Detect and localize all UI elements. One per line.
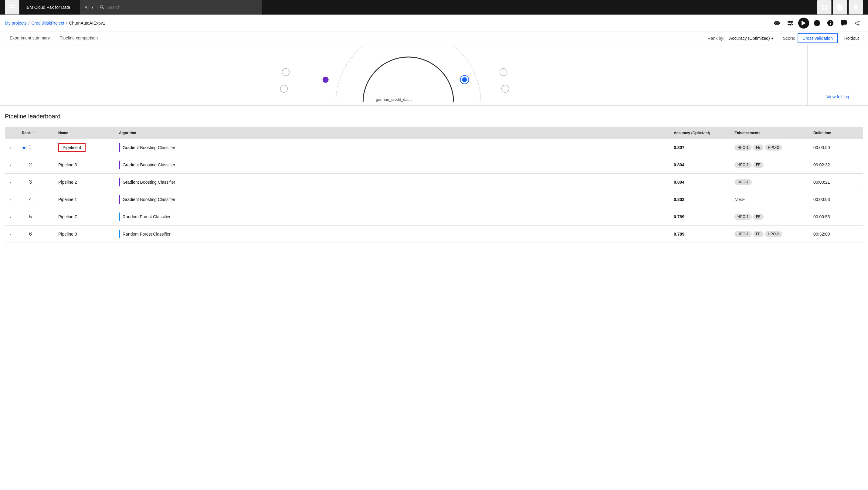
algorithm-name: Random Forest Classifier (123, 232, 170, 237)
chevron-right-icon[interactable]: › (10, 163, 11, 167)
chevron-right-icon[interactable]: › (10, 146, 11, 150)
notification-icon-button[interactable] (848, 0, 863, 14)
chevron-down-icon: ▾ (771, 36, 773, 41)
info-icon (814, 20, 820, 26)
enhancement-badge: HPO-1 (735, 179, 752, 185)
expand-cell[interactable]: › (5, 208, 17, 225)
breadcrumb-credit-risk-project[interactable]: CreditRiskProject (31, 21, 64, 26)
accuracy-cell: 0.789 (669, 225, 730, 243)
grid-icon-button[interactable] (817, 0, 832, 14)
accuracy-cell: 0.807 (669, 139, 730, 156)
chevron-right-icon[interactable]: › (10, 197, 11, 202)
settings-icon-button[interactable] (784, 17, 796, 29)
bell-icon (853, 4, 859, 10)
pipeline-name-cell[interactable]: Pipeline 4 (54, 139, 114, 156)
svg-point-13 (280, 85, 288, 92)
algo-color-bar (119, 195, 120, 204)
enhancement-badge: FE (753, 145, 764, 151)
tab-experiment-summary[interactable]: Experiment summary (5, 32, 55, 44)
svg-line-10 (856, 22, 858, 23)
col-name-header: Name (54, 127, 114, 139)
expand-cell[interactable]: › (5, 191, 17, 208)
tab-pipeline-comparison[interactable]: Pipeline comparison (55, 32, 102, 44)
algorithm-name: Random Forest Classifier (123, 214, 170, 219)
svg-point-14 (322, 76, 329, 83)
svg-line-11 (856, 24, 858, 25)
hamburger-menu-button[interactable] (5, 0, 20, 14)
chevron-right-icon[interactable]: › (10, 232, 11, 237)
rank-cell: 4 (17, 191, 54, 208)
sort-icon: ↑ (33, 131, 35, 135)
svg-point-9 (858, 24, 860, 26)
history-icon-button[interactable] (824, 17, 836, 29)
view-full-log-button[interactable]: View full log (827, 94, 849, 99)
accuracy-cell: 0.789 (669, 208, 730, 225)
tab-bar: Experiment summary Pipeline comparison R… (0, 32, 868, 45)
svg-rect-3 (822, 5, 824, 7)
grid-icon (821, 4, 827, 10)
search-type-selector[interactable]: All ▾ (85, 5, 97, 10)
expand-cell[interactable]: › (5, 174, 17, 191)
col-acc-header: Accuracy (Optimized) (669, 127, 730, 139)
pipeline-name-cell[interactable]: Pipeline 8 (54, 225, 114, 243)
enhancement-badge: FE (753, 214, 764, 220)
expand-cell[interactable]: › (5, 225, 17, 243)
rank-by-dropdown[interactable]: Accuracy (Optimized) ▾ (727, 35, 776, 42)
chevron-right-icon[interactable]: › (10, 180, 11, 185)
expand-cell[interactable]: › (5, 156, 17, 174)
algorithm-cell: Gradient Boosting Classifier (114, 139, 669, 156)
svg-text:german_credit_dat...: german_credit_dat... (376, 97, 412, 102)
col-rank-header[interactable]: Rank ↑ (17, 127, 54, 139)
accuracy-value: 0.804 (674, 180, 684, 185)
algo-color-bar (119, 178, 120, 186)
table-row: ›2Pipeline 3 Gradient Boosting Classifie… (5, 156, 863, 174)
info-icon-button[interactable] (811, 17, 823, 29)
accuracy-value: 0.802 (674, 197, 684, 202)
svg-point-18 (502, 85, 509, 92)
table-row: ›3Pipeline 2 Gradient Boosting Classifie… (5, 174, 863, 191)
rank-cell: 2 (17, 156, 54, 174)
play-icon-button[interactable] (798, 18, 809, 29)
algorithm-name: Gradient Boosting Classifier (123, 145, 176, 150)
algorithm-cell: Gradient Boosting Classifier (114, 174, 669, 191)
pipeline-name-cell[interactable]: Pipeline 7 (54, 208, 114, 225)
share-icon-button[interactable] (851, 17, 863, 29)
chat-icon-button[interactable] (838, 17, 850, 29)
build-time-cell: 00:00:03 (808, 191, 863, 208)
accuracy-value: 0.789 (674, 232, 684, 237)
build-time-cell: 00:32:00 (808, 225, 863, 243)
history-icon (827, 20, 833, 26)
pipeline-name: Pipeline 1 (58, 197, 77, 202)
algorithm-name: Gradient Boosting Classifier (123, 180, 176, 185)
pipeline-name-cell[interactable]: Pipeline 1 (54, 191, 114, 208)
table-row: ›★1Pipeline 4 Gradient Boosting Classifi… (5, 139, 863, 156)
view-icon-button[interactable] (771, 17, 783, 29)
chevron-right-icon[interactable]: › (10, 215, 11, 219)
algorithm-name: Gradient Boosting Classifier (123, 162, 176, 167)
top-nav-icons (817, 0, 863, 14)
svg-rect-0 (9, 5, 15, 6)
search-input[interactable] (107, 5, 257, 10)
enhancement-badge: HPO-1 (735, 214, 752, 220)
rank-number: 4 (29, 197, 32, 202)
svg-rect-2 (9, 9, 15, 9)
holdout-button[interactable]: Holdout (840, 34, 863, 42)
pipeline-name: Pipeline 7 (58, 214, 77, 219)
eye-icon (774, 21, 780, 25)
build-time-cell: 00:00:21 (808, 174, 863, 191)
expand-cell[interactable]: › (5, 139, 17, 156)
algorithm-cell: Random Forest Classifier (114, 225, 669, 243)
rank-number: 5 (29, 214, 32, 219)
col-algo-header: Algorithm (114, 127, 669, 139)
rank-number: 1 (29, 145, 31, 150)
pipeline-name-cell[interactable]: Pipeline 2 (54, 174, 114, 191)
play-icon (802, 21, 806, 26)
table-header: Rank ↑ Name Algorithm Accuracy (Optimize… (5, 127, 863, 139)
enhancement-badge: HPO-2 (765, 145, 782, 151)
cross-validation-button[interactable]: Cross validation (798, 33, 838, 43)
enhancement-badge: HPO-1 (735, 145, 752, 151)
pipeline-name-cell[interactable]: Pipeline 3 (54, 156, 114, 174)
breadcrumb-my-projects[interactable]: My projects (5, 21, 27, 26)
document-icon-button[interactable] (833, 0, 847, 14)
pipeline-visualization: german_credit_dat... View full log (0, 45, 868, 106)
